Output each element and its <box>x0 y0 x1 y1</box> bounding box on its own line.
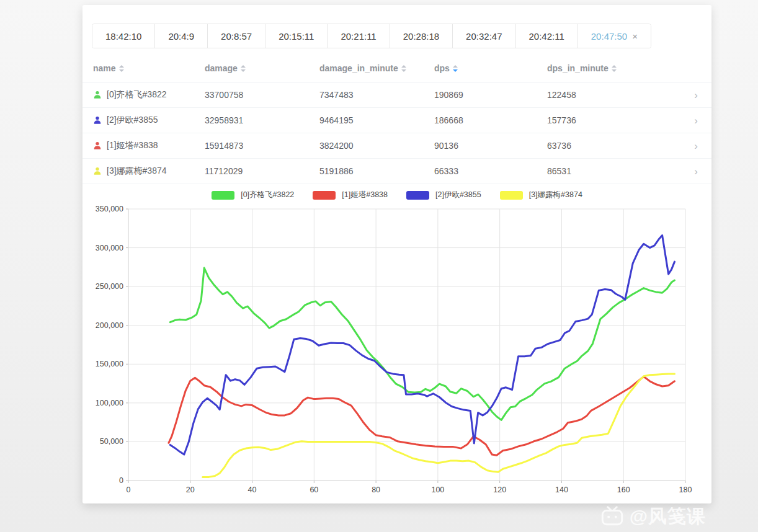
tab-label: 18:42:10 <box>105 31 141 42</box>
time-tab[interactable]: 20:32:47 <box>453 24 515 48</box>
svg-text:100: 100 <box>431 485 444 494</box>
table-row[interactable]: [0]齐格飞#3822 33700758 7347483 190869 1224… <box>82 82 711 108</box>
table-body: [0]齐格飞#3822 33700758 7347483 190869 1224… <box>82 82 711 184</box>
tab-label: 20:28:18 <box>403 31 439 42</box>
svg-text:40: 40 <box>248 485 257 494</box>
svg-text:50,000: 50,000 <box>100 437 123 446</box>
svg-text:100,000: 100,000 <box>96 399 123 407</box>
svg-text:60: 60 <box>310 485 318 494</box>
column-header[interactable]: damage <box>205 63 319 73</box>
damage-value: 33700758 <box>205 90 319 100</box>
column-header-label: damage <box>205 63 238 73</box>
dps-line-chart: 020406080100120140160180050,000100,00015… <box>92 202 706 499</box>
svg-text:150,000: 150,000 <box>96 360 123 368</box>
tab-label: 20:15:11 <box>279 31 314 42</box>
column-header-label: name <box>93 63 116 73</box>
legend-item[interactable]: [3]娜露梅#3874 <box>500 190 582 200</box>
tab-label: 20:8:57 <box>221 31 252 42</box>
dps-value: 186668 <box>434 115 547 125</box>
svg-text:0: 0 <box>119 476 123 485</box>
sort-icon[interactable] <box>401 65 406 72</box>
tab-bar: 18:42:10 20:4:9 20:8:57 20:15:11 20:21:1… <box>92 24 651 48</box>
sort-asc-icon[interactable] <box>119 65 124 68</box>
tab-label: 20:21:11 <box>341 31 376 42</box>
sort-icon[interactable] <box>241 65 246 72</box>
column-header-label: dps_in_minute <box>547 63 609 73</box>
column-header[interactable]: name <box>93 63 205 73</box>
dps-table: name damage damage_in_minute dps dps_in_… <box>82 55 711 184</box>
watermark-text: @风笺课 <box>630 504 706 530</box>
person-icon <box>93 91 102 99</box>
damage-in-minute-value: 5191886 <box>319 166 434 176</box>
main-card: 18:42:10 20:4:9 20:8:57 20:15:11 20:21:1… <box>82 5 711 503</box>
sort-icon[interactable] <box>612 65 617 72</box>
sort-desc-icon[interactable] <box>453 69 458 72</box>
damage-in-minute-value: 3824200 <box>319 141 434 151</box>
row-expand-chevron-icon[interactable]: › <box>694 140 698 152</box>
person-icon <box>93 116 102 125</box>
column-header[interactable]: dps <box>434 63 547 73</box>
sort-desc-icon[interactable] <box>241 69 246 72</box>
legend-swatch <box>313 191 336 200</box>
dps-in-minute-value: 122458 <box>547 90 690 100</box>
row-expand-chevron-icon[interactable]: › <box>694 115 698 126</box>
time-tab[interactable]: 20:47:50 × <box>578 24 651 48</box>
player-name: [1]姬塔#3838 <box>107 140 158 151</box>
time-tab[interactable]: 20:15:11 <box>265 24 328 48</box>
svg-text:0: 0 <box>127 485 131 494</box>
legend-item[interactable]: [2]伊欧#3855 <box>406 190 481 200</box>
sort-asc-icon[interactable] <box>401 65 406 68</box>
damage-in-minute-value: 9464195 <box>319 115 434 125</box>
time-tab[interactable]: 20:8:57 <box>208 24 265 48</box>
time-tab[interactable]: 20:28:18 <box>390 24 453 48</box>
sort-desc-icon[interactable] <box>612 69 617 72</box>
sort-desc-icon[interactable] <box>401 69 406 72</box>
svg-text:180: 180 <box>679 485 692 494</box>
table-row[interactable]: [2]伊欧#3855 32958931 9464195 186668 15773… <box>82 108 711 133</box>
sort-asc-icon[interactable] <box>612 65 617 68</box>
dps-in-minute-value: 157736 <box>547 115 690 125</box>
damage-value: 15914873 <box>205 141 319 151</box>
dps-value: 66333 <box>434 166 547 176</box>
svg-text:200,000: 200,000 <box>96 321 123 330</box>
sort-icon[interactable] <box>119 65 124 72</box>
column-header[interactable]: dps_in_minute <box>547 63 690 73</box>
legend-label: [3]娜露梅#3874 <box>529 190 582 200</box>
tab-label: 20:47:50 <box>591 31 627 42</box>
row-expand-chevron-icon[interactable]: › <box>694 166 698 177</box>
person-icon <box>93 167 102 175</box>
sort-asc-icon[interactable] <box>241 65 246 68</box>
sort-icon[interactable] <box>453 65 458 72</box>
legend-label: [0]齐格飞#3822 <box>241 190 294 200</box>
legend-swatch <box>500 191 523 200</box>
player-name: [3]娜露梅#3874 <box>107 166 167 177</box>
sort-desc-icon[interactable] <box>119 69 124 72</box>
legend-swatch <box>212 191 234 200</box>
damage-in-minute-value: 7347483 <box>319 90 434 100</box>
svg-text:350,000: 350,000 <box>96 205 123 213</box>
sort-asc-icon[interactable] <box>453 65 458 68</box>
time-tab[interactable]: 20:42:11 <box>516 24 578 48</box>
table-row[interactable]: [3]娜露梅#3874 11712029 5191886 66333 86531… <box>82 159 711 184</box>
person-icon <box>93 141 102 150</box>
time-tab[interactable]: 20:21:11 <box>328 24 390 48</box>
table-row[interactable]: [1]姬塔#3838 15914873 3824200 90136 63736 … <box>82 133 711 159</box>
legend-item[interactable]: [1]姬塔#3838 <box>313 190 388 200</box>
watermark: @风笺课 <box>601 504 706 530</box>
svg-text:120: 120 <box>493 485 506 494</box>
tab-close-icon[interactable]: × <box>632 32 638 41</box>
legend-label: [2]伊欧#3855 <box>435 190 481 200</box>
time-tab[interactable]: 18:42:10 <box>92 24 155 48</box>
column-header-label: damage_in_minute <box>319 63 398 73</box>
row-expand-chevron-icon[interactable]: › <box>694 89 698 101</box>
column-header[interactable]: damage_in_minute <box>319 63 434 73</box>
dps-value: 190869 <box>434 90 547 100</box>
time-tab[interactable]: 20:4:9 <box>155 24 208 48</box>
legend-item[interactable]: [0]齐格飞#3822 <box>212 190 294 200</box>
tab-label: 20:4:9 <box>168 31 194 42</box>
damage-value: 32958931 <box>205 115 319 125</box>
dps-in-minute-value: 86531 <box>547 166 690 176</box>
chart-legend: [0]齐格飞#3822 [1]姬塔#3838 [2]伊欧#3855 [3]娜露梅… <box>82 190 711 200</box>
tab-label: 20:42:11 <box>529 31 564 42</box>
dps-in-minute-value: 63736 <box>547 141 690 151</box>
